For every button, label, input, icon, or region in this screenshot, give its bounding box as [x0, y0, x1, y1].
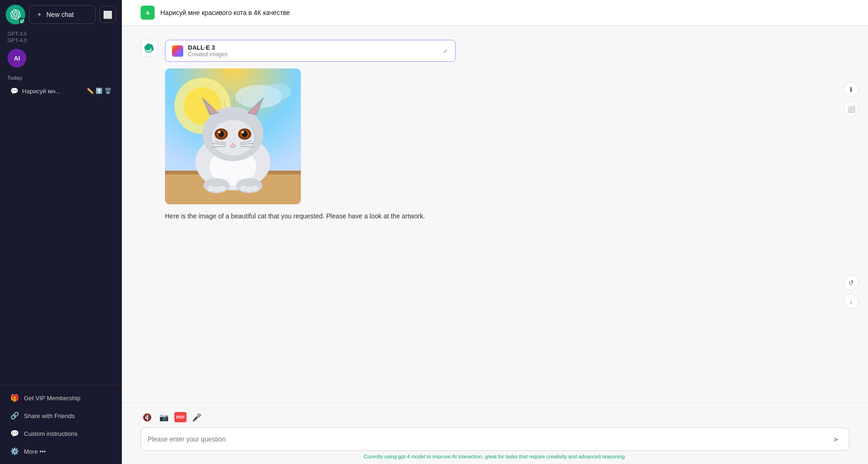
sidebar-custom-item[interactable]: 💬 Custom instructions	[3, 425, 119, 442]
custom-icon: 💬	[10, 429, 19, 438]
svg-point-37	[251, 186, 259, 191]
input-toolbar: 🔇 📷 PDF 🎤	[141, 411, 849, 424]
dalle-title: DALL·E 3	[188, 44, 438, 51]
delete-icon[interactable]: 🗑️	[105, 88, 112, 94]
sidebar-bottom: 🎁 Get VIP Membership 🔗 Share with Friend…	[0, 385, 122, 464]
today-label: Today	[0, 73, 122, 83]
new-chat-button[interactable]: ＋ New chat	[29, 5, 96, 24]
sidebar-vip-item[interactable]: 🎁 Get VIP Membership	[3, 389, 119, 407]
plus-icon: ＋	[36, 10, 43, 19]
chat-history-item[interactable]: 💬 Нарисуй мн... ✏️ ⬆️ 🗑️	[3, 83, 119, 98]
dalle-info: DALL·E 3 Created images	[188, 44, 438, 58]
download-icon: ⬇	[848, 86, 854, 93]
ai-avatar: AI	[7, 49, 26, 67]
chat-item-actions: ✏️ ⬆️ 🗑️	[87, 88, 112, 94]
mute-icon: 🔇	[142, 413, 152, 422]
user-message-bar: а Нарисуй мне красивого кота в 4К качест…	[122, 0, 868, 26]
download-button[interactable]: ⬇	[844, 82, 859, 97]
sidebar-more-item[interactable]: ⚙️ More •••	[3, 442, 119, 460]
edit-icon[interactable]: ✏️	[87, 88, 94, 94]
svg-point-21	[218, 131, 221, 134]
custom-label: Custom instructions	[24, 430, 77, 437]
assistant-avatar	[141, 40, 157, 57]
dalle-check: ✓	[443, 47, 449, 55]
mute-button[interactable]: 🔇	[141, 411, 154, 424]
chat-input[interactable]	[148, 435, 825, 443]
gpt4-label: GPT-4.0	[7, 37, 114, 43]
share-friends-label: Share with Friends	[24, 412, 75, 419]
assistant-row: DALL·E 3 Created images ✓	[141, 40, 849, 221]
more-icon: ⚙️	[10, 447, 19, 456]
share-icon[interactable]: ⬆️	[96, 88, 103, 94]
camera-button[interactable]: 📷	[157, 411, 171, 424]
pdf-button[interactable]: PDF	[174, 412, 187, 422]
footer-text: Curently using gpt-4 model to improve AI…	[141, 454, 849, 459]
more-label: More •••	[24, 448, 46, 455]
send-icon: ➤	[833, 435, 839, 444]
assistant-content: DALL·E 3 Created images ✓	[165, 40, 587, 221]
new-chat-label: New chat	[46, 11, 74, 18]
pdf-icon: PDF	[176, 415, 185, 419]
share-friends-icon: 🔗	[10, 412, 19, 420]
svg-point-22	[242, 131, 244, 134]
dalle-badge: DALL·E 3 Created images ✓	[165, 40, 456, 62]
gpt35-label: GPT-3.5	[7, 31, 114, 37]
refresh-button[interactable]: ↺	[844, 275, 859, 290]
generated-image[interactable]	[165, 68, 301, 204]
refresh-icon: ↺	[848, 279, 854, 286]
sidebar-share-item[interactable]: 🔗 Share with Friends	[3, 407, 119, 425]
response-area: DALL·E 3 Created images ✓	[122, 26, 868, 403]
logo-button[interactable]: ✓	[6, 5, 25, 24]
chat-item-text: Нарисуй мн...	[22, 88, 83, 95]
scroll-down-icon: ↓	[850, 298, 853, 305]
right-action-buttons: ⬇ ⬜	[844, 82, 859, 117]
mic-button[interactable]: 🎤	[190, 411, 203, 424]
camera-icon: 📷	[159, 413, 169, 422]
mic-icon: 🎤	[192, 413, 202, 422]
scroll-down-button[interactable]: ↓	[844, 294, 859, 309]
sidebar-top: ✓ ＋ New chat ⬜	[0, 0, 122, 29]
copy-button[interactable]: ⬜	[844, 102, 859, 117]
vip-label: Get VIP Membership	[24, 395, 80, 402]
response-text: Here is the image of a beautiful cat tha…	[165, 211, 587, 221]
chat-icon: 💬	[10, 87, 18, 95]
dalle-icon	[172, 45, 183, 57]
sidebar: ✓ ＋ New chat ⬜ GPT-3.5 GPT-4.0 AI Today …	[0, 0, 122, 464]
dalle-subtitle: Created images	[188, 51, 438, 58]
main-content: а Нарисуй мне красивого кота в 4К качест…	[122, 0, 868, 464]
vip-icon: 🎁	[10, 394, 19, 402]
send-button[interactable]: ➤	[829, 433, 842, 446]
svg-point-4	[263, 83, 292, 100]
svg-point-34	[218, 186, 226, 191]
scroll-buttons: ↺ ↓	[844, 275, 859, 309]
user-avatar: а	[141, 6, 155, 20]
copy-icon: ⬜	[847, 105, 855, 113]
layout-icon-button[interactable]: ⬜	[99, 6, 116, 23]
input-box: ➤	[141, 427, 849, 451]
user-message-text: Нарисуй мне красивого кота в 4К качестве	[160, 9, 290, 16]
layout-icon: ⬜	[103, 10, 112, 19]
model-labels: GPT-3.5 GPT-4.0	[0, 29, 122, 47]
input-area: 🔇 📷 PDF 🎤 ➤ Curently using gpt-4 model t…	[122, 403, 868, 464]
checkmark-badge: ✓	[19, 18, 25, 24]
